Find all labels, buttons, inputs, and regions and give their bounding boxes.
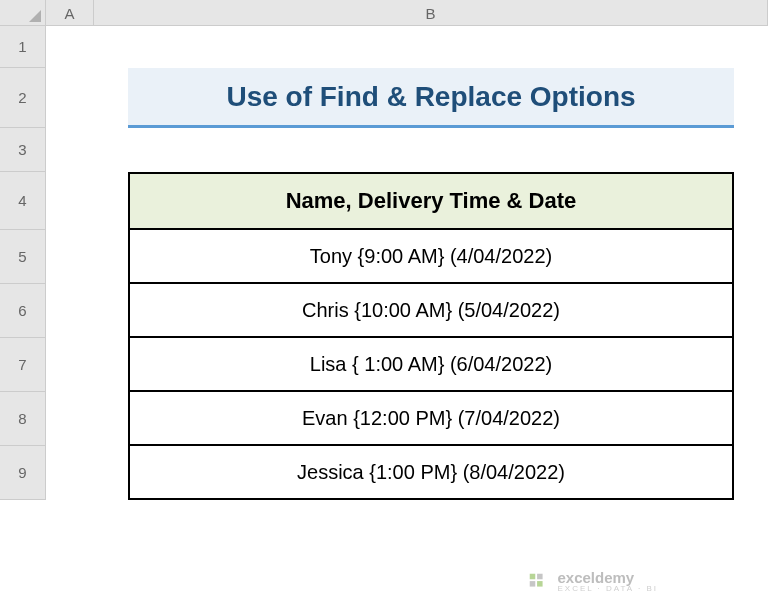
row-headers: 1 2 3 4 5 6 7 8 9 xyxy=(0,26,46,500)
row-header-3[interactable]: 3 xyxy=(0,128,45,172)
watermark-subtitle: EXCEL · DATA · BI xyxy=(557,585,658,593)
cell-b4[interactable]: Name, Delivery Time & Date xyxy=(94,172,768,230)
column-headers: A B xyxy=(46,0,768,26)
cell-a1[interactable] xyxy=(46,26,94,68)
svg-rect-3 xyxy=(538,581,544,587)
column-header-a[interactable]: A xyxy=(46,0,94,26)
watermark: exceldemy EXCEL · DATA · BI xyxy=(527,570,658,593)
cell-b9[interactable]: Jessica {1:00 PM} (8/04/2022) xyxy=(94,446,768,500)
cell-b2[interactable]: Use of Find & Replace Options xyxy=(94,68,768,128)
cell-a3[interactable] xyxy=(46,128,94,172)
cell-a4[interactable] xyxy=(46,172,94,230)
select-all-corner[interactable] xyxy=(0,0,46,26)
row-header-8[interactable]: 8 xyxy=(0,392,45,446)
row-header-4[interactable]: 4 xyxy=(0,172,45,230)
table-row: Lisa { 1:00 AM} (6/04/2022) xyxy=(310,353,552,376)
table-row: Tony {9:00 AM} (4/04/2022) xyxy=(310,245,552,268)
table-row: Chris {10:00 AM} (5/04/2022) xyxy=(302,299,560,322)
row-header-6[interactable]: 6 xyxy=(0,284,45,338)
table-row: Evan {12:00 PM} (7/04/2022) xyxy=(302,407,560,430)
cell-a2[interactable] xyxy=(46,68,94,128)
spreadsheet-grid: A B 1 2 3 4 5 6 7 8 9 Use of Find & Repl… xyxy=(0,0,768,615)
svg-rect-2 xyxy=(530,581,536,587)
cell-a9[interactable] xyxy=(46,446,94,500)
cell-b3[interactable] xyxy=(94,128,768,172)
row-header-7[interactable]: 7 xyxy=(0,338,45,392)
row-header-1[interactable]: 1 xyxy=(0,26,45,68)
cell-b7[interactable]: Lisa { 1:00 AM} (6/04/2022) xyxy=(94,338,768,392)
row-header-9[interactable]: 9 xyxy=(0,446,45,500)
row-header-2[interactable]: 2 xyxy=(0,68,45,128)
svg-rect-0 xyxy=(530,573,536,579)
cell-b5[interactable]: Tony {9:00 AM} (4/04/2022) xyxy=(94,230,768,284)
cell-a7[interactable] xyxy=(46,338,94,392)
cell-b8[interactable]: Evan {12:00 PM} (7/04/2022) xyxy=(94,392,768,446)
table-header: Name, Delivery Time & Date xyxy=(286,188,577,214)
cell-b6[interactable]: Chris {10:00 AM} (5/04/2022) xyxy=(94,284,768,338)
logo-icon xyxy=(527,571,549,593)
column-header-b[interactable]: B xyxy=(94,0,768,26)
table-row: Jessica {1:00 PM} (8/04/2022) xyxy=(297,461,565,484)
cell-a8[interactable] xyxy=(46,392,94,446)
cell-a5[interactable] xyxy=(46,230,94,284)
svg-rect-1 xyxy=(538,573,544,579)
corner-triangle-icon xyxy=(29,10,41,22)
row-header-5[interactable]: 5 xyxy=(0,230,45,284)
grid-cells: Use of Find & Replace Options Name, Deli… xyxy=(46,26,768,615)
cell-b1[interactable] xyxy=(94,26,768,68)
page-title: Use of Find & Replace Options xyxy=(226,81,635,113)
watermark-brand: exceldemy xyxy=(557,570,658,585)
cell-a6[interactable] xyxy=(46,284,94,338)
